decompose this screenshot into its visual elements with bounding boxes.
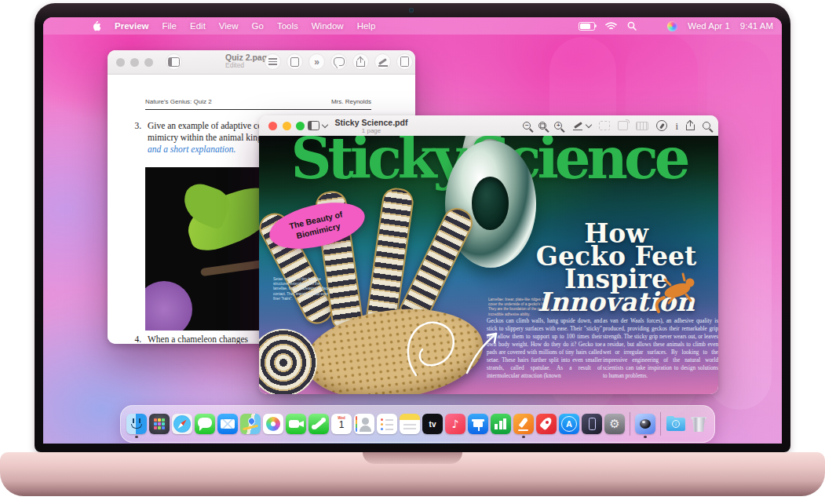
- view-options-icon: [268, 58, 277, 65]
- zoom-button[interactable]: [144, 58, 153, 67]
- body-text-column-2: as van der Waals forces), an adhesive qu…: [603, 318, 718, 381]
- running-indicator: [135, 436, 138, 439]
- pdf-page-sticky-science[interactable]: StickyScience The Beauty of Biomimicry S…: [259, 136, 718, 394]
- dock-app-store[interactable]: A: [559, 414, 579, 434]
- dock-messages[interactable]: [195, 414, 215, 434]
- annotate-button[interactable]: [656, 120, 667, 131]
- menu-view[interactable]: View: [219, 21, 239, 31]
- search-button[interactable]: [703, 122, 710, 130]
- control-center-icon[interactable]: [647, 22, 657, 31]
- minimize-button[interactable]: [283, 122, 291, 130]
- dock-finder[interactable]: [126, 414, 147, 434]
- menu-app-name[interactable]: Preview: [115, 21, 148, 31]
- menu-time[interactable]: 9:41 AM: [740, 21, 773, 31]
- dock-tv[interactable]: tv: [422, 414, 443, 434]
- music-note-icon: ♪: [452, 418, 459, 430]
- zoom-button[interactable]: [296, 122, 305, 130]
- dock-system-settings[interactable]: ⚙: [604, 414, 625, 434]
- battery-icon[interactable]: [579, 22, 595, 31]
- menu-bar-menus: Preview File Edit View Go Tools Window H…: [92, 20, 375, 31]
- info-button[interactable]: i: [675, 121, 678, 131]
- wifi-icon[interactable]: [605, 22, 617, 31]
- pages-traffic-lights: [116, 58, 153, 67]
- document-icon: [400, 57, 409, 67]
- dock-iphone-mirroring[interactable]: [582, 414, 602, 434]
- close-button[interactable]: [268, 122, 277, 130]
- dock-rocket-app[interactable]: [536, 414, 557, 434]
- menu-go[interactable]: Go: [252, 21, 264, 31]
- menu-date[interactable]: Wed Apr 1: [688, 21, 730, 31]
- menu-file[interactable]: File: [162, 21, 177, 31]
- dock-launchpad[interactable]: [149, 414, 170, 434]
- document-options-button[interactable]: [396, 53, 413, 70]
- close-button[interactable]: [116, 58, 125, 67]
- document-header: Nature's Genius: Quiz 2 Mrs. Reynolds: [145, 98, 371, 105]
- dock-maps[interactable]: [240, 414, 261, 434]
- rotate-button[interactable]: [618, 121, 628, 130]
- dock-safari[interactable]: [172, 414, 192, 434]
- forward-button[interactable]: »: [308, 53, 325, 70]
- download-arrow-icon: ↓: [672, 420, 680, 428]
- comment-button[interactable]: [330, 53, 347, 70]
- body-text-column-1: Geckos can climb walls, hang upside down…: [487, 318, 602, 381]
- siri-icon[interactable]: [667, 21, 677, 31]
- format-button[interactable]: [374, 53, 391, 70]
- menu-tools[interactable]: Tools: [277, 21, 298, 31]
- zoom-in-button[interactable]: +: [554, 122, 562, 130]
- minimize-button[interactable]: [130, 58, 139, 67]
- dock-trash[interactable]: [688, 414, 709, 434]
- preview-window[interactable]: Sticky Science.pdf 1 page − + i: [259, 115, 718, 394]
- dock-notes[interactable]: [400, 414, 420, 434]
- menu-window[interactable]: Window: [312, 21, 344, 31]
- dock-keynote[interactable]: [468, 414, 488, 434]
- pages-titlebar: Quiz 2.pages Edited »: [108, 50, 415, 75]
- pages-toolbar: »: [265, 53, 413, 70]
- dock-numbers[interactable]: [491, 414, 511, 434]
- redact-button[interactable]: [636, 122, 648, 130]
- zoom-button-pages[interactable]: [287, 53, 303, 70]
- header-left: Nature's Genius: Quiz 2: [145, 98, 212, 105]
- share-button[interactable]: [352, 53, 369, 70]
- zoom-out-button[interactable]: −: [523, 122, 531, 130]
- forward-icon: »: [314, 57, 319, 67]
- apple-logo-icon[interactable]: [92, 20, 101, 31]
- dock-calendar[interactable]: Wed1: [331, 414, 352, 434]
- markup-pen-button[interactable]: [573, 121, 591, 130]
- dock-preview[interactable]: [635, 414, 655, 434]
- dock-photos[interactable]: [263, 414, 283, 434]
- calendar-day: 1: [339, 420, 345, 431]
- tape-roll-hole: [472, 177, 509, 230]
- dock-music[interactable]: ♪: [445, 414, 465, 434]
- running-indicator: [644, 436, 647, 439]
- dock-mail[interactable]: [217, 414, 238, 434]
- chevron-down-icon: [322, 122, 328, 128]
- dock-contacts[interactable]: [354, 414, 374, 434]
- preview-window-title: Sticky Science.pdf 1 page: [328, 118, 414, 134]
- dock-phone[interactable]: [308, 414, 329, 434]
- dock-separator: [660, 412, 661, 436]
- setae-caption: Setae: millions of tiny hair-like struct…: [273, 277, 331, 301]
- minus-glyph: −: [525, 122, 529, 129]
- dock-downloads-folder[interactable]: ↓: [666, 414, 686, 434]
- menu-help[interactable]: Help: [357, 21, 376, 31]
- format-brush-icon: [378, 57, 388, 67]
- plus-glyph: +: [557, 122, 560, 129]
- sidebar-toggle-button[interactable]: [166, 53, 182, 70]
- view-options-button[interactable]: [265, 53, 281, 70]
- pdf-page-count: 1 page: [328, 127, 414, 134]
- share-button[interactable]: [686, 121, 695, 130]
- preview-titlebar: Sticky Science.pdf 1 page − + i: [259, 115, 718, 137]
- zoom-fit-button[interactable]: [538, 122, 546, 130]
- preview-toolbar: − + i: [523, 115, 710, 136]
- dock-reminders[interactable]: [377, 414, 397, 434]
- menu-edit[interactable]: Edit: [190, 21, 206, 31]
- search-icon[interactable]: [627, 21, 637, 31]
- dock-pages[interactable]: [513, 414, 534, 434]
- dock: Wed1 tv ♪ A ⚙ ↓: [120, 405, 715, 443]
- selection-button[interactable]: [599, 121, 610, 130]
- dock-facetime[interactable]: [286, 414, 306, 434]
- sidebar-toggle-button[interactable]: [308, 121, 327, 130]
- dock-separator: [630, 412, 630, 436]
- gear-icon: ⚙: [609, 417, 619, 431]
- menu-bar: Preview File Edit View Go Tools Window H…: [43, 17, 782, 35]
